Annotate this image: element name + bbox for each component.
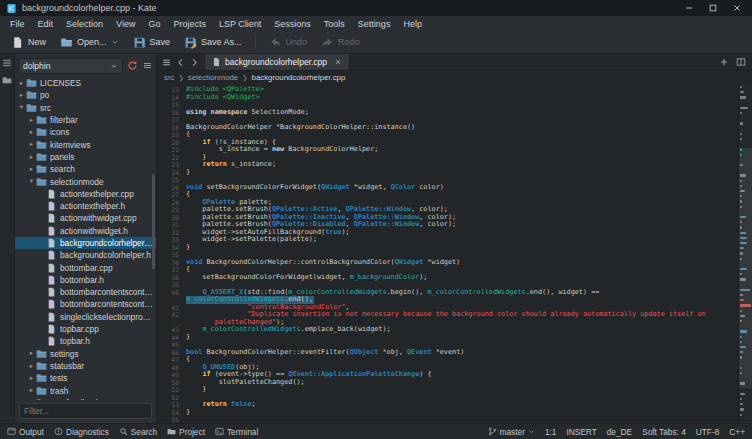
tree-item-userfeedback[interactable]: ▸userfeedback [15,397,156,400]
filter-input[interactable] [24,406,147,416]
tree-item-icons[interactable]: ▸icons [15,126,156,138]
statusbar-toggle-diagnostics[interactable]: Diagnostics [54,427,109,437]
forward-icon[interactable] [190,58,199,67]
tree-item-trash[interactable]: ▸trash [15,384,156,396]
tree-item-LICENSES[interactable]: ▸LICENSES [15,77,156,89]
statusbar-toggle-output[interactable]: Output [7,427,44,437]
tree-item-actiontexthelper-h[interactable]: actiontexthelper.h [15,200,156,212]
menu-help[interactable]: Help [401,18,424,30]
project-menu-icon[interactable] [142,60,153,71]
tree-item-bottombarcontentscontainer-cpp[interactable]: bottombarcontentscontainer.cpp [15,286,156,298]
tree-item-tests[interactable]: ▸tests [15,372,156,384]
saveas-button[interactable]: Save As... [178,34,248,51]
tree-item-filterbar[interactable]: ▸filterbar [15,114,156,126]
breadcrumb-item[interactable]: backgroundcolorhelper.cpp [252,73,346,82]
minimap-scrollbar[interactable] [738,84,752,423]
tree-item-settings[interactable]: ▸settings [15,348,156,360]
expander-icon[interactable]: ▸ [27,350,36,357]
close-button[interactable] [732,3,742,13]
tree-item-backgroundcolorhelper-h[interactable]: backgroundcolorhelper.h [15,249,156,261]
filesystem-toolview-icon[interactable] [2,75,12,85]
tree-item-bottombar-cpp[interactable]: bottombar.cpp [15,261,156,273]
expander-icon[interactable]: ▸ [17,80,26,87]
menu-settings[interactable]: Settings [356,18,393,30]
tree-item-src[interactable]: ▾src [15,102,156,114]
tree-item-bottombarcontentscontainer-h[interactable]: bottombarcontentscontainer.h [15,298,156,310]
statusbar-toggle-project[interactable]: Project [167,427,205,437]
open-button[interactable]: Open... [54,34,125,51]
document-list-icon[interactable] [162,58,171,67]
tree-item-selectionmode[interactable]: ▾selectionmode [15,175,156,187]
save-button[interactable]: Save [127,34,177,51]
menu-edit[interactable]: Edit [36,18,56,30]
tree-item-bottombar-h[interactable]: bottombar.h [15,274,156,286]
tree-item-topbar-cpp[interactable]: topbar.cpp [15,323,156,335]
menu-go[interactable]: Go [146,18,162,30]
undo-icon [269,36,282,49]
tab-backgroundcolorhelper[interactable]: backgroundcolorhelper.cpp [204,54,350,70]
tree-item-label: singleclickselectionproxystyle.cpp [60,312,156,322]
tree-item-singleclickselectionproxystyle-cpp[interactable]: singleclickselectionproxystyle.cpp [15,311,156,323]
tree-item-topbar-h[interactable]: topbar.h [15,335,156,347]
menu-view[interactable]: View [114,18,137,30]
status-utf-8[interactable]: UTF-8 [696,427,720,437]
menu-projects[interactable]: Projects [171,18,208,30]
new-button[interactable]: New [5,34,52,51]
status-master[interactable]: master [488,427,535,437]
menu-selection[interactable]: Selection [64,18,105,30]
code-area[interactable]: 13#include <QPalette>14#include <QWidget… [157,84,738,423]
menu-tools[interactable]: Tools [322,18,347,30]
line-number: 54 [157,409,186,417]
reload-project-icon[interactable] [127,60,138,71]
menu-sessions[interactable]: Sessions [272,18,313,30]
expander-icon[interactable]: ▸ [27,363,36,370]
minimap-viewport[interactable] [739,148,752,387]
expander-icon[interactable]: ▸ [27,154,36,161]
tab-close-icon[interactable] [334,58,342,66]
status-1-1[interactable]: 1:1 [545,427,557,437]
line-number: 37 [157,266,186,274]
line-number: 17 [157,116,186,124]
status-de-de[interactable]: de_DE [607,427,632,437]
minimize-button[interactable] [684,3,694,13]
status-soft-tabs-4[interactable]: Soft Tabs: 4 [642,427,686,437]
expander-icon[interactable]: ▾ [17,104,26,111]
status-insert[interactable]: INSERT [566,427,596,437]
new-tab-icon[interactable] [719,57,729,67]
code-line: 19{ [157,131,738,139]
expander-icon[interactable]: ▸ [27,117,36,124]
line-number: 31 [157,221,186,229]
tree-item-actionwithwidget-cpp[interactable]: actionwithwidget.cpp [15,212,156,224]
line-number: 39 [157,281,186,289]
breadcrumb-item[interactable]: selectionmode [188,73,238,82]
tree-item-kitemviews[interactable]: ▸kitemviews [15,138,156,150]
sidebar-scrollbar[interactable] [152,174,155,269]
statusbar-toggle-search[interactable]: Search [119,427,157,437]
split-view-icon[interactable] [736,57,746,67]
statusbar-toggle-terminal[interactable]: Terminal [215,427,258,437]
status-c++[interactable]: C++ [729,427,745,437]
tree-item-backgroundcolorhelper-cpp[interactable]: backgroundcolorhelper.cpp [15,237,156,249]
maximize-button[interactable] [708,3,718,13]
expander-icon[interactable]: ▸ [27,141,36,148]
menu-file[interactable]: File [8,18,27,30]
code-text [186,341,738,349]
expander-icon[interactable]: ▸ [27,166,36,173]
tree-item-search[interactable]: ▸search [15,163,156,175]
expander-icon[interactable]: ▸ [27,129,36,136]
menu-lsp-client[interactable]: LSP Client [217,18,263,30]
expander-icon[interactable]: ▸ [17,92,26,99]
expander-icon[interactable]: ▾ [27,178,36,185]
tree-item-actiontexthelper-cpp[interactable]: actiontexthelper.cpp [15,188,156,200]
breadcrumb-item[interactable]: src [164,73,174,82]
tree-item-panels[interactable]: ▸panels [15,151,156,163]
line-number: 53 [157,401,186,409]
back-icon[interactable] [176,58,185,67]
tree-item-actionwithwidget-h[interactable]: actionwithwidget.h [15,225,156,237]
tree-item-po[interactable]: ▸po [15,89,156,101]
documents-toolview-icon[interactable] [2,58,12,68]
tree-item-statusbar[interactable]: ▸statusbar [15,360,156,372]
expander-icon[interactable]: ▸ [27,387,36,394]
expander-icon[interactable]: ▸ [27,375,36,382]
project-selector[interactable]: dolphin [18,58,123,74]
